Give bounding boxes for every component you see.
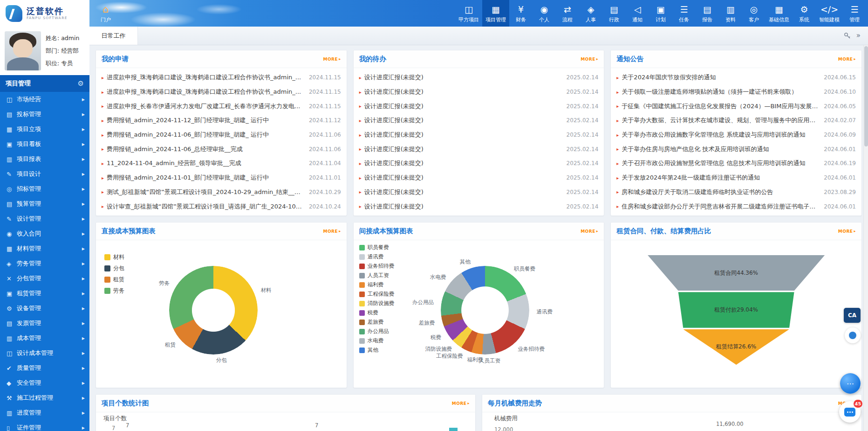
list-item[interactable]: ▸关于举办市政公用设施数字化管理信息 系统建设与应用培训班的通知2024.06.… — [611, 128, 861, 142]
sidebar-item-market[interactable]: ◫市场经营▶ — [0, 92, 89, 107]
sidebar-item-equipment[interactable]: ⚙设备管理▶ — [0, 301, 89, 316]
list-item[interactable]: ▸设计审查_彭祖新城“四馆”景观工程设计项目_请选择_胡广生_2024-10-2… — [96, 199, 347, 214]
list-item[interactable]: ▸设计进度汇报(未提交)2025.02.14 — [354, 199, 604, 214]
list-item[interactable]: ▸费用报销_admin_2024-11-06_总经理审批__完成2024.11.… — [96, 142, 347, 156]
list-item[interactable]: ▸住房和城乡建设部办公厅关于同意吉林省开展二级建造师注册证书电子化试点...20… — [611, 199, 861, 214]
sidebar-item-rental[interactable]: ▣租赁管理▶ — [0, 286, 89, 301]
list-item[interactable]: ▸设计进度汇报(未提交)2025.02.14 — [354, 99, 604, 113]
legend-item[interactable]: 人员工资 — [359, 272, 395, 279]
nav-item-task[interactable]: ☰任务 — [672, 0, 696, 27]
legend-item[interactable]: 水电费 — [359, 337, 395, 344]
nav-item-owner-project[interactable]: ◫甲方项目 — [455, 0, 482, 27]
ca-widget[interactable]: CA — [844, 308, 861, 323]
sidebar-item-material[interactable]: ▦材料管理▶ — [0, 241, 89, 256]
sidebar-item-design[interactable]: ✎设计管理▶ — [0, 211, 89, 226]
sidebar-item-income-contract[interactable]: ◉收入合同▶ — [0, 226, 89, 241]
sidebar-item-subcontract[interactable]: ✕分包管理▶ — [0, 271, 89, 286]
sidebar-item-invoice[interactable]: ▤发票管理▶ — [0, 316, 89, 331]
nav-item-project-management[interactable]: ▦项目管理 — [482, 0, 509, 27]
list-item[interactable]: ▸设计进度汇报(未提交)2025.02.14 — [354, 70, 604, 85]
legend-item[interactable]: 税费 — [359, 309, 395, 316]
list-item[interactable]: ▸费用报销_admin_2024-11-06_部门经理审批_胡建_ 运行中202… — [96, 128, 347, 142]
sidebar-item-bidding[interactable]: ▤投标管理▶ — [0, 107, 89, 122]
list-item[interactable]: ▸费用报销_admin_2024-11-01_部门经理审批_胡建_ 运行中202… — [96, 171, 347, 185]
nav-item-report[interactable]: ▤报告 — [696, 0, 719, 27]
scrollbar-track[interactable] — [863, 45, 868, 431]
sidebar-item-tender[interactable]: ◎招标管理▶ — [0, 181, 89, 196]
sidebar-item-construction-process[interactable]: ⚒施工过程管理▶ — [0, 390, 89, 405]
list-item[interactable]: ▸进度款申报_珠海鹤港口建设_珠海鹤港口建设工程合作协议书_admin_...2… — [96, 85, 347, 99]
sidebar-item-progress[interactable]: ▥进度管理▶ — [0, 405, 89, 420]
list-item[interactable]: ▸关于2024年国庆节放假安排的通知2024.06.15 — [611, 70, 861, 85]
legend-item[interactable]: 职员餐费 — [359, 244, 395, 251]
more-link[interactable]: MORE▸ — [323, 229, 341, 234]
nav-item-portal[interactable]: ⌂门户 — [94, 0, 117, 27]
legend-item[interactable]: 消防设施费 — [359, 300, 395, 307]
sidebar-item-project-report[interactable]: ▥项目报表▶ — [0, 152, 89, 167]
legend-item[interactable]: 工程保险费 — [359, 291, 395, 298]
gear-icon[interactable]: ⚙ — [78, 79, 84, 88]
list-item[interactable]: ▸关于发放2024年第24批一级建造师注册证书的通知2024.06.01 — [611, 171, 861, 185]
list-item[interactable]: ▸于征集《中国建筑施工行业信息化发展报告（2024）—BIM应用与发展》材料..… — [611, 99, 861, 113]
nav-item-base-info[interactable]: ▦基础信息 — [765, 0, 793, 27]
nav-item-personal[interactable]: ◉个人 — [533, 0, 556, 27]
sidebar-item-project-design[interactable]: ✎项目设计▶ — [0, 167, 89, 181]
user-avatar[interactable] — [5, 31, 41, 70]
more-link[interactable]: MORE▸ — [452, 401, 470, 406]
logo[interactable]: 泛普软件 FANPU SOFTWARE — [0, 0, 89, 27]
sidebar-item-design-cost[interactable]: ◫设计成本管理▶ — [0, 346, 89, 361]
list-item[interactable]: ▸费用报销_admin_2024-11-12_部门经理审批_胡建_ 运行中202… — [96, 113, 347, 128]
nav-item-finance[interactable]: ¥财务 — [509, 0, 533, 27]
list-item[interactable]: ▸设计进度汇报(未提交)2025.02.14 — [354, 185, 604, 200]
list-item[interactable]: ▸测试_彭祖新城“四馆”景观工程设计项目_2024-10-29_admin_结束… — [96, 185, 347, 200]
tab-daily-work[interactable]: 日常工作 — [89, 27, 138, 45]
nav-item-manage[interactable]: ☰管理 — [843, 0, 866, 27]
list-item[interactable]: ▸设计进度汇报(未提交)2025.02.14 — [354, 85, 604, 99]
legend-item[interactable]: 其他 — [359, 347, 395, 354]
list-item[interactable]: ▸设计进度汇报(未提交)2025.02.14 — [354, 113, 604, 128]
legend-item[interactable]: 差旅费 — [359, 319, 395, 326]
list-item[interactable]: ▸进度款申报_长春市伊通河水力发电厂改建工程_长春市伊通河水力发电...2024… — [96, 99, 347, 113]
list-item[interactable]: ▸11_2024-11-04_admin_经营部_领导审批__完成2024.11… — [96, 156, 347, 171]
sidebar-item-labor[interactable]: ◈劳务管理▶ — [0, 256, 89, 271]
more-link[interactable]: MORE▸ — [838, 229, 856, 234]
sidebar-item-certificate[interactable]: ▯证件管理▶ — [0, 420, 89, 431]
key-icon[interactable] — [844, 32, 851, 39]
more-link[interactable]: MORE▸ — [581, 57, 598, 62]
list-item[interactable]: ▸关于举办住房与房地产信息化 技术及应用培训班的通知2024.06.01 — [611, 142, 861, 156]
contact-widget[interactable] — [845, 327, 861, 343]
sidebar-item-project-initiation[interactable]: ▦项目立项▶ — [0, 122, 89, 137]
legend-item[interactable]: 材料 — [104, 253, 124, 261]
list-item[interactable]: ▸设计进度汇报(未提交)2025.02.14 — [354, 142, 604, 156]
nav-item-smart-modeling[interactable]: </>智能建模 — [816, 0, 843, 27]
sidebar-item-budget[interactable]: ▤预算管理▶ — [0, 196, 89, 211]
list-item[interactable]: ▸设计进度汇报(未提交)2025.02.14 — [354, 156, 604, 171]
legend-item[interactable]: 业务招待费 — [359, 263, 395, 270]
legend-item[interactable]: 办公用品 — [359, 328, 395, 335]
nav-item-administration[interactable]: ▤行政 — [602, 0, 626, 27]
more-link[interactable]: MORE▸ — [581, 229, 598, 234]
nav-item-customer[interactable]: ◎客户 — [742, 0, 765, 27]
nav-item-notification[interactable]: ◁通知 — [626, 0, 649, 27]
list-item[interactable]: ▸关于举办大数据、云计算技术在城市建设、规划、管理与服务中的应用培训班...20… — [611, 113, 861, 128]
list-item[interactable]: ▸房和城乡建设厅关于取消二级建造师临时执业证书的公告2023.08.29 — [611, 185, 861, 200]
scrollbar-thumb[interactable] — [864, 46, 868, 146]
sidebar-item-safety[interactable]: ◆安全管理▶ — [0, 375, 89, 390]
legend-item[interactable]: 通讯费 — [359, 253, 395, 260]
legend-item[interactable]: 福利费 — [359, 281, 395, 288]
nav-item-plan[interactable]: ▣计划 — [649, 0, 672, 27]
message-widget[interactable]: 45 — [839, 401, 861, 423]
legend-item[interactable]: 分包 — [104, 264, 124, 272]
more-link[interactable]: MORE▸ — [323, 57, 341, 62]
assistant-ball[interactable]: ⋯ — [840, 373, 861, 394]
sidebar-module-header[interactable]: 项目管理 ⚙ — [0, 75, 89, 92]
sidebar-item-cost[interactable]: ▥成本管理▶ — [0, 331, 89, 346]
nav-item-workflow[interactable]: ⇄流程 — [556, 0, 579, 27]
list-item[interactable]: ▸关于领取一级注册建造师增项贴的通知（须持一建证书前来领取）2024.06.10 — [611, 85, 861, 99]
more-link[interactable]: MORE▸ — [838, 57, 856, 62]
sidebar-item-project-board[interactable]: ▣项目看板▶ — [0, 137, 89, 152]
nav-item-document[interactable]: ▥资料 — [719, 0, 742, 27]
list-item[interactable]: ▸设计进度汇报(未提交)2025.02.14 — [354, 171, 604, 185]
nav-item-system[interactable]: ⚙系统 — [793, 0, 816, 27]
list-item[interactable]: ▸设计进度汇报(未提交)2025.02.14 — [354, 128, 604, 142]
